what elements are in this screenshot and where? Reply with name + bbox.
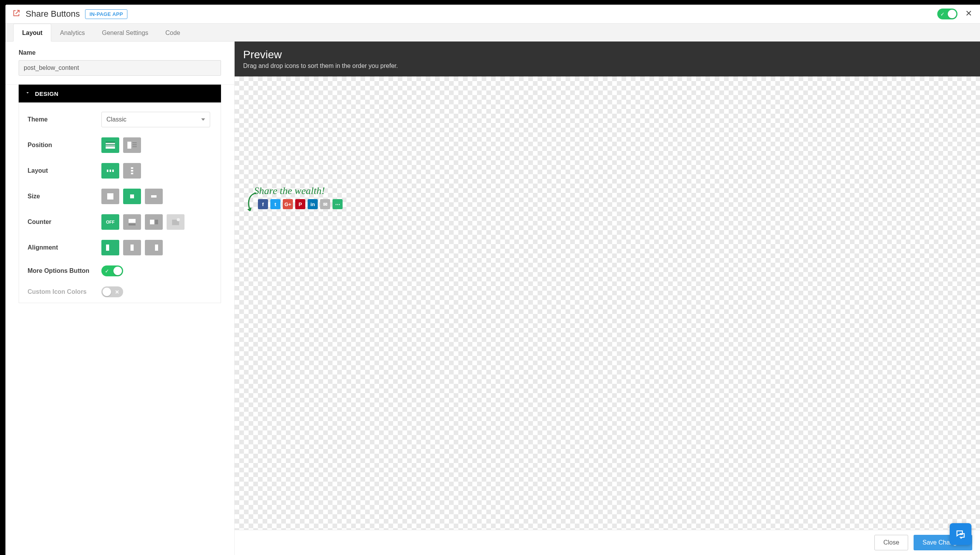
share-icon-more[interactable]: ⋯: [332, 199, 343, 209]
custom-colors-label: Custom Icon Colors: [28, 288, 101, 295]
svg-rect-3: [106, 146, 115, 146]
svg-rect-17: [129, 219, 136, 223]
svg-rect-19: [150, 220, 154, 224]
chat-icon: [955, 529, 966, 539]
svg-rect-14: [107, 193, 113, 199]
share-icons-row: ftG+Pin✉⋯: [258, 199, 343, 209]
counter-option-below[interactable]: [123, 214, 141, 230]
check-icon: ✓: [105, 268, 109, 274]
close-button[interactable]: Close: [874, 535, 908, 550]
svg-rect-15: [130, 194, 134, 198]
svg-rect-11: [131, 167, 133, 169]
design-title: DESIGN: [35, 90, 59, 97]
theme-select[interactable]: Classic: [101, 112, 210, 127]
more-options-toggle[interactable]: ✓: [101, 265, 123, 276]
svg-rect-25: [155, 245, 158, 251]
preview-canvas: Share the wealth! ftG+Pin✉⋯: [235, 76, 980, 555]
share-icon: [12, 9, 20, 19]
position-option-full-width[interactable]: [101, 137, 119, 153]
share-icon-twitter[interactable]: t: [270, 199, 280, 209]
tab-code[interactable]: Code: [157, 24, 189, 41]
position-option-inline[interactable]: [123, 137, 141, 153]
theme-label: Theme: [28, 116, 101, 123]
design-accordion-header[interactable]: DESIGN: [19, 85, 221, 102]
share-slogan: Share the wealth!: [254, 185, 343, 197]
svg-rect-20: [155, 220, 158, 224]
dropdown-caret-icon: [201, 118, 205, 121]
alignment-option-center[interactable]: [123, 240, 141, 255]
svg-rect-18: [129, 224, 136, 225]
svg-rect-6: [132, 144, 137, 145]
tab-general[interactable]: General Settings: [93, 24, 157, 41]
position-label: Position: [28, 142, 101, 149]
tab-layout[interactable]: Layout: [13, 24, 51, 42]
name-label: Name: [19, 49, 221, 56]
svg-rect-8: [107, 170, 108, 172]
counter-option-corner[interactable]: [167, 214, 185, 230]
share-icon-pinterest[interactable]: P: [295, 199, 305, 209]
preview-subtitle: Drag and drop icons to sort them in the …: [243, 62, 971, 69]
svg-point-22: [177, 218, 180, 221]
app-enabled-toggle[interactable]: ✓: [937, 9, 957, 19]
app-header: Share Buttons IN-PAGE APP ✓: [5, 5, 980, 24]
alignment-label: Alignment: [28, 244, 101, 251]
alignment-option-right[interactable]: [145, 240, 163, 255]
modal-footer: Close Save Changes: [235, 530, 980, 555]
preview-panel: Preview Drag and drop icons to sort them…: [235, 42, 980, 555]
size-option-small[interactable]: [145, 189, 163, 204]
size-option-medium[interactable]: [123, 189, 141, 204]
alignment-option-left[interactable]: [101, 240, 119, 255]
svg-rect-9: [110, 170, 111, 172]
design-accordion-body: Theme Classic Position: [19, 102, 221, 303]
svg-rect-4: [127, 142, 131, 149]
svg-rect-13: [131, 173, 133, 174]
counter-option-off[interactable]: OFF: [101, 214, 119, 230]
check-icon: ✓: [940, 11, 945, 17]
share-icon-facebook[interactable]: f: [258, 199, 268, 209]
svg-rect-23: [106, 245, 109, 251]
layout-option-vertical[interactable]: [123, 163, 141, 179]
curved-arrow-icon: [245, 191, 259, 214]
svg-rect-1: [106, 142, 115, 143]
share-icon-email[interactable]: ✉: [320, 199, 330, 209]
settings-panel: Name DESIGN Theme Classic: [5, 42, 235, 555]
svg-rect-16: [151, 195, 157, 198]
counter-label: Counter: [28, 219, 101, 225]
close-icon[interactable]: [964, 9, 973, 19]
in-page-app-badge: IN-PAGE APP: [85, 9, 127, 19]
preview-title: Preview: [243, 49, 971, 61]
layout-label: Layout: [28, 167, 101, 174]
share-icon-google-plus[interactable]: G+: [283, 199, 293, 209]
share-icon-linkedin[interactable]: in: [308, 199, 318, 209]
tabs: Layout Analytics General Settings Code: [5, 24, 980, 42]
counter-option-side[interactable]: [145, 214, 163, 230]
svg-rect-10: [112, 170, 114, 172]
svg-rect-12: [131, 170, 133, 172]
chevron-down-icon: [25, 90, 30, 97]
more-options-label: More Options Button: [28, 267, 101, 274]
chat-fab[interactable]: [950, 523, 971, 545]
theme-value: Classic: [106, 116, 127, 123]
layout-option-horizontal[interactable]: [101, 163, 119, 179]
size-label: Size: [28, 193, 101, 200]
size-option-large[interactable]: [101, 189, 119, 204]
tab-analytics[interactable]: Analytics: [51, 24, 93, 41]
app-title: Share Buttons: [26, 9, 80, 19]
svg-rect-24: [131, 245, 134, 251]
x-icon: ✕: [115, 289, 119, 295]
svg-rect-2: [106, 144, 115, 145]
svg-rect-7: [132, 146, 137, 147]
name-input[interactable]: [19, 60, 221, 76]
custom-colors-toggle[interactable]: ✕: [101, 286, 123, 297]
svg-rect-5: [132, 142, 137, 143]
